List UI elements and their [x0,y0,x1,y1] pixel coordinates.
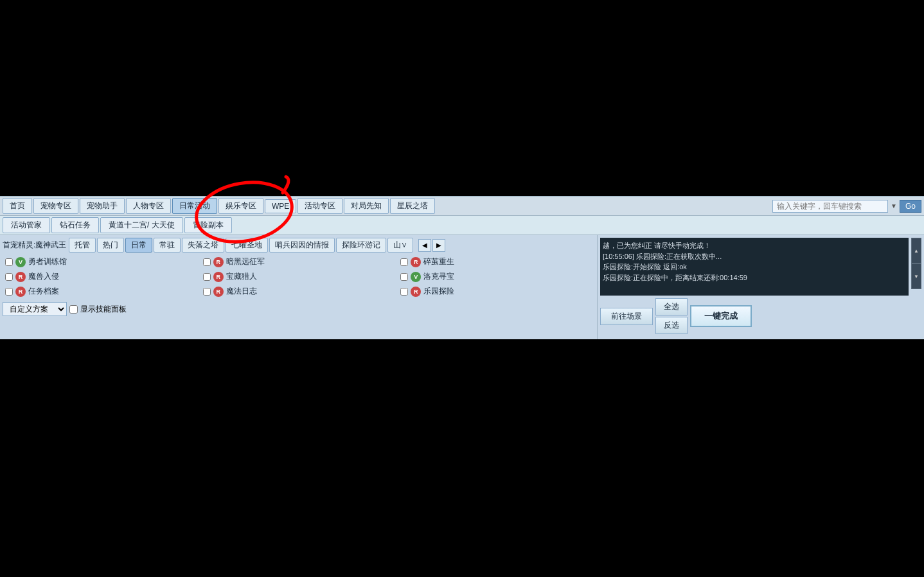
task-beast-invasion-name: 魔兽入侵 [28,271,59,282]
scroll-right-btn[interactable]: ▶ [432,239,445,252]
main-content: 首宠精灵:魔神武王 托管 热门 日常 常驻 失落之塔 七曜圣地 哨兵因因的情报 … [0,235,924,339]
task-magic-diary-icon: R [213,287,224,297]
sub-nav-bar: 活动管家 钻石任务 黄道十二宫/ 大天使 冒险副本 [0,216,924,235]
nav-activity-zone[interactable]: 活动专区 [298,198,342,214]
select-all-btn[interactable]: 全选 [655,298,688,315]
filter-seven-holy[interactable]: 七曜圣地 [226,238,268,253]
nav-pet-zone[interactable]: 宠物专区 [33,198,78,214]
nav-wpe[interactable]: WPE [265,199,296,213]
scene-btn[interactable]: 前往场景 [600,308,653,325]
task-grid: V 勇者训练馆 R 暗黑远征军 R 碎茧重生 R 魔兽入侵 [3,255,594,298]
task-beast-invasion-checkbox[interactable] [5,273,13,281]
filter-mountain[interactable]: 山∨ [387,238,413,253]
nav-bar: 首页 宠物专区 宠物助手 人物专区 日常活动 娱乐专区 WPE 活动专区 对局先… [0,197,924,216]
scheme-dropdown[interactable]: 自定义方案 [3,302,67,316]
filter-hot[interactable]: 热门 [97,238,124,253]
task-item: V 勇者训练馆 [3,255,199,269]
task-magic-diary-name: 魔法日志 [226,286,257,297]
search-dropdown-arrow[interactable]: ▼ [891,202,897,209]
filter-troops-info[interactable]: 哨兵因因的情报 [269,238,335,253]
nav-character-zone[interactable]: 人物专区 [126,198,171,214]
right-buttons: 前往场景 全选 反选 一键完成 [600,298,921,334]
sub-nav-diamond-task[interactable]: 钻石任务 [51,217,99,233]
task-dark-expedition-icon: R [213,257,224,267]
show-skill-panel: 显示技能面板 [69,304,127,315]
task-task-archive-name: 任务档案 [28,286,59,297]
right-panel: 越，已为您纠正 请尽快手动完成！ [10:55:06] 乐园探险:正在获取次数中… [598,235,924,339]
task-task-archive-icon: R [15,287,26,297]
log-line-2: [10:55:06] 乐园探险:正在获取次数中... [603,251,906,262]
task-beast-invasion-icon: R [15,272,26,282]
filter-lost-tower[interactable]: 失落之塔 [182,238,224,253]
task-brave-training-name: 勇者训练馆 [28,256,67,267]
filter-stationed[interactable]: 常驻 [154,238,181,253]
log-scroll-up-btn[interactable]: ▲ [911,238,921,263]
log-line-1: 越，已为您纠正 请尽快手动完成！ [603,240,906,251]
task-item: R 乐园探险 [398,285,594,298]
log-line-4: 乐园探险:正在探险中，距离结束还剩:00:14:59 [603,272,906,283]
filter-daily[interactable]: 日常 [125,238,152,253]
task-lok-treasure-name: 洛克寻宝 [423,271,454,282]
scroll-arrows: ◀ ▶ [418,239,445,252]
skill-panel-label: 显示技能面板 [80,304,127,315]
bottom-controls: 自定义方案 显示技能面板 [3,301,594,317]
scroll-left-btn[interactable]: ◀ [418,239,431,252]
task-treasure-hunter-icon: R [213,272,224,282]
filter-managed[interactable]: 托管 [69,238,96,253]
task-lok-treasure-icon: V [411,272,421,282]
scheme-select: 自定义方案 [3,302,67,316]
filter-explore-tour[interactable]: 探险环游记 [336,238,386,253]
sub-nav-adventure[interactable]: 冒险副本 [184,217,232,233]
nav-home[interactable]: 首页 [3,198,32,214]
go-button[interactable]: Go [900,200,921,213]
task-item: R 宝藏猎人 [200,270,397,283]
task-paradise-explore-name: 乐园探险 [423,286,454,297]
right-top: 越，已为您纠正 请尽快手动完成！ [10:55:06] 乐园探险:正在获取次数中… [600,238,921,296]
ui-container: 首页 宠物专区 宠物助手 人物专区 日常活动 娱乐专区 WPE 活动专区 对局先… [0,196,924,339]
sub-nav-activity-manager[interactable]: 活动管家 [3,217,50,233]
task-treasure-hunter-checkbox[interactable] [203,273,211,281]
nav-duel-notice[interactable]: 对局先知 [344,198,389,214]
nav-star-tower[interactable]: 星辰之塔 [390,198,435,214]
task-magic-diary-checkbox[interactable] [203,288,211,296]
task-task-archive-checkbox[interactable] [5,288,13,296]
task-break-reborn-name: 碎茧重生 [423,256,454,267]
task-paradise-explore-checkbox[interactable] [400,288,408,296]
sub-nav-zodiac[interactable]: 黄道十二宫/ 大天使 [100,217,183,233]
task-dark-expedition-checkbox[interactable] [203,258,211,266]
nav-daily-activity[interactable]: 日常活动 [172,198,217,214]
filter-tabs: 托管 热门 日常 常驻 失落之塔 七曜圣地 哨兵因因的情报 探险环游记 山∨ [69,238,413,253]
task-item: R 任务档案 [3,285,199,298]
search-area: ▼ Go [772,200,921,213]
complete-all-btn[interactable]: 一键完成 [690,305,752,327]
task-paradise-explore-icon: R [411,287,421,297]
task-item: R 魔兽入侵 [3,270,199,283]
task-brave-training-checkbox[interactable] [5,258,13,266]
log-scroll-down-btn[interactable]: ▼ [911,263,921,289]
task-item: R 魔法日志 [200,285,397,298]
log-scroll-buttons: ▲ ▼ [911,238,921,289]
task-dark-expedition-name: 暗黑远征军 [226,256,265,267]
invert-btn[interactable]: 反选 [655,317,688,334]
task-break-reborn-checkbox[interactable] [400,258,408,266]
filter-row: 首宠精灵:魔神武王 托管 热门 日常 常驻 失落之塔 七曜圣地 哨兵因因的情报 … [3,238,594,253]
task-brave-training-icon: V [15,257,26,267]
task-item: V 洛克寻宝 [398,270,594,283]
task-item: R 碎茧重生 [398,255,594,269]
task-item: R 暗黑远征军 [200,255,397,269]
log-line-3: 乐园探险:开始探险 返回:ok [603,262,906,272]
left-panel: 首宠精灵:魔神武王 托管 热门 日常 常驻 失落之塔 七曜圣地 哨兵因因的情报 … [0,235,598,339]
skill-panel-checkbox[interactable] [69,305,78,314]
search-input[interactable] [772,200,888,213]
nav-music-zone[interactable]: 娱乐专区 [218,198,263,214]
task-break-reborn-icon: R [411,257,421,267]
pet-label: 首宠精灵:魔神武王 [3,240,66,251]
task-lok-treasure-checkbox[interactable] [400,273,408,281]
task-treasure-hunter-name: 宝藏猎人 [226,271,257,282]
log-area: 越，已为您纠正 请尽快手动完成！ [10:55:06] 乐园探险:正在获取次数中… [600,238,909,296]
nav-pet-helper[interactable]: 宠物助手 [80,198,125,214]
